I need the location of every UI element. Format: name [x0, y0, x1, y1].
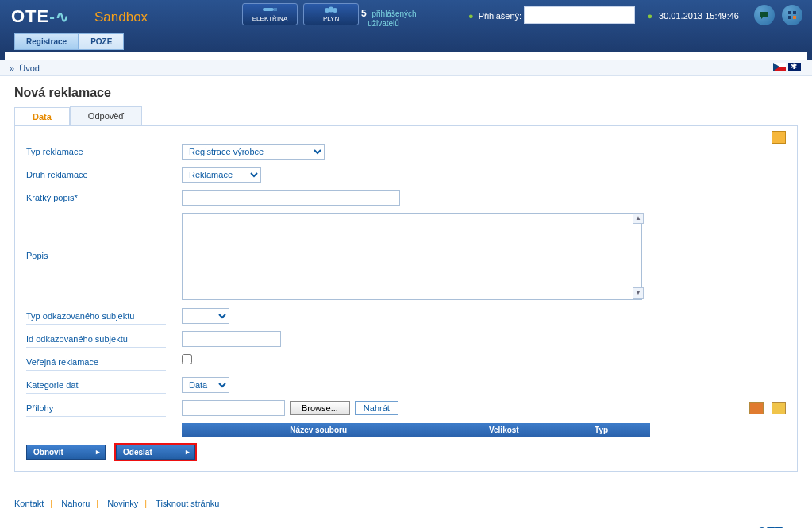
file-name-display — [182, 400, 285, 416]
apps-icon[interactable] — [782, 5, 802, 25]
odeslat-button[interactable]: Odeslat — [116, 445, 195, 460]
logo-text: OTE — [11, 6, 49, 26]
typ-reklamace-label: Typ reklamace — [26, 144, 166, 160]
verejna-checkbox[interactable] — [182, 354, 192, 364]
typ-reklamace-select[interactable]: Registrace výrobce — [182, 144, 325, 160]
user-count-number: 5 — [361, 8, 367, 19]
user-count-label1: přihlášených — [371, 10, 416, 18]
tabs: DataOdpověď — [0, 106, 812, 125]
page-title: Nová reklamace — [0, 76, 812, 106]
scroll-down-icon[interactable]: ▼ — [633, 287, 644, 299]
app-header: OTE-∿ Sandbox ELEKTŘINA PLYN 5 přihlášen… — [0, 0, 812, 52]
popis-textarea[interactable] — [182, 213, 642, 300]
svg-rect-8 — [788, 16, 791, 19]
id-subjektu-input[interactable] — [182, 331, 281, 347]
kategorie-label: Kategorie dat — [26, 377, 166, 394]
svg-rect-7 — [793, 11, 796, 14]
svg-rect-0 — [263, 8, 274, 11]
user-count-label2: uživatelů — [368, 19, 398, 28]
svg-point-5 — [333, 8, 337, 13]
footer-kontakt-link[interactable]: Kontakt — [14, 499, 44, 508]
delete-attachment-icon[interactable] — [749, 402, 764, 414]
flag-cz-icon[interactable] — [773, 63, 786, 71]
footer-tisknout-link[interactable]: Tisknout stránku — [156, 499, 219, 508]
flame-icon — [322, 6, 340, 15]
scroll-up-icon[interactable]: ▲ — [633, 213, 644, 224]
module-elektrina-button[interactable]: ELEKTŘINA — [242, 3, 298, 25]
footer-logo: OTE-∿ — [757, 525, 798, 528]
typ-subjektu-label: Typ odkazovaného subjektu — [26, 308, 166, 325]
druh-reklamace-label: Druh reklamace — [26, 167, 166, 183]
tab-data[interactable]: Data — [14, 107, 70, 126]
svg-rect-9 — [793, 16, 796, 19]
footer-novinky-link[interactable]: Novinky — [107, 499, 138, 508]
plug-icon — [261, 6, 279, 13]
header-icons — [749, 5, 802, 27]
attachments-table: Název souboru Velikost Typ — [182, 423, 650, 437]
breadcrumb-arrow: » — [10, 64, 14, 73]
tab-odpoved[interactable]: Odpověď — [70, 106, 142, 125]
druh-reklamace-select[interactable]: Reklamace — [182, 167, 261, 183]
nav-poze-button[interactable]: POZE — [79, 33, 124, 50]
user-count: 5 přihlášených uživatelů — [361, 8, 417, 28]
form-panel: Typ reklamace Registrace výrobce Druh re… — [14, 125, 798, 472]
form-actions: Obnovit Odeslat — [26, 437, 786, 460]
subnav: RegistracePOZE — [14, 33, 124, 50]
obnovit-button[interactable]: Obnovit — [26, 445, 106, 460]
logo-wave-icon: -∿ — [49, 8, 70, 25]
flag-en-icon[interactable] — [788, 63, 801, 71]
upload-button[interactable]: Nahrát — [355, 401, 398, 415]
nav-registrace-button[interactable]: Registrace — [14, 33, 79, 50]
language-flags — [773, 63, 801, 73]
chat-icon[interactable] — [754, 5, 775, 25]
svg-rect-6 — [788, 11, 791, 14]
logged-user-label: Přihlášený: — [468, 11, 521, 21]
prilohy-label: Přílohy — [26, 400, 166, 417]
typ-subjektu-select[interactable] — [182, 308, 229, 324]
copyright: ©2008 OTE, a.s., all rights reserved OTE… — [14, 518, 798, 528]
th-velikost: Velikost — [455, 423, 552, 437]
footer-links: Kontakt| Nahoru| Novinky| Tisknout strán… — [0, 484, 812, 513]
module-plyn-button[interactable]: PLYN — [303, 3, 359, 25]
browse-button[interactable]: Browse... — [290, 401, 350, 415]
table-header: Název souboru Velikost Typ — [182, 423, 650, 437]
datetime: 30.01.2013 15:49:46 — [647, 11, 739, 21]
kategorie-select[interactable]: Data — [182, 377, 229, 393]
add-attachment-icon[interactable] — [772, 402, 786, 414]
logo[interactable]: OTE-∿ — [11, 0, 70, 27]
th-nazev: Název souboru — [182, 423, 455, 437]
module-plyn-label: PLYN — [323, 15, 339, 22]
th-typ: Typ — [552, 423, 650, 437]
verejna-label: Veřejná reklamace — [26, 354, 166, 371]
logged-user-name — [524, 6, 635, 24]
sandbox-label: Sandbox — [72, 0, 148, 25]
spacer — [0, 52, 812, 60]
kratky-popis-input[interactable] — [182, 190, 400, 206]
breadcrumb: » Úvod — [0, 60, 812, 76]
panel-action-icon[interactable] — [772, 131, 786, 144]
id-subjektu-label: Id odkazovaného subjektu — [26, 331, 166, 348]
kratky-popis-label: Krátký popis* — [26, 190, 166, 206]
module-buttons: ELEKTŘINA PLYN — [242, 3, 362, 25]
footer-nahoru-link[interactable]: Nahoru — [61, 499, 90, 508]
popis-label: Popis — [26, 213, 166, 264]
module-elektrina-label: ELEKTŘINA — [252, 15, 287, 22]
breadcrumb-home-link[interactable]: Úvod — [19, 64, 40, 73]
